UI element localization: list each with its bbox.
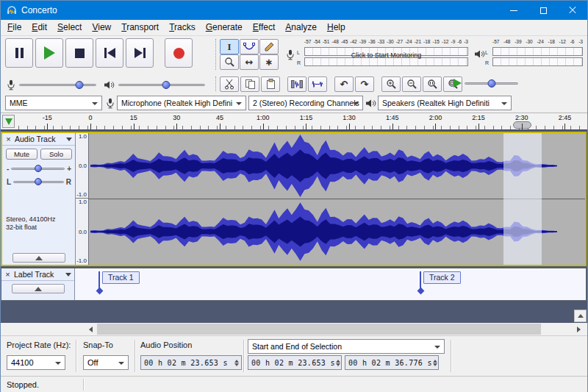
zoom-tool-button[interactable] [220, 54, 239, 70]
trim-audio-button[interactable] [287, 76, 306, 92]
toolbar-grip[interactable] [135, 340, 136, 372]
zoom-out-button[interactable] [402, 76, 421, 92]
record-button[interactable] [165, 38, 193, 68]
track-name[interactable]: Audio Track [15, 135, 64, 143]
solo-button[interactable]: Solo [40, 149, 72, 160]
menu-effect[interactable]: Effect [248, 20, 280, 35]
close-track-button[interactable]: × [4, 269, 12, 280]
track-menu-arrow-icon[interactable] [65, 273, 71, 277]
playback-volume-slider[interactable] [118, 78, 205, 91]
paste-button[interactable] [261, 76, 280, 92]
slider-thumb[interactable] [35, 178, 42, 185]
close-track-button[interactable]: × [4, 134, 12, 145]
skip-to-end-button[interactable] [126, 38, 154, 68]
recording-channels-select[interactable]: 2 (Stereo) Recording Channels [248, 96, 363, 110]
scroll-left-button[interactable] [85, 323, 97, 335]
pinned-playhead-toggle[interactable] [2, 115, 15, 128]
toolbar-grip[interactable] [215, 39, 218, 70]
recording-device-select[interactable]: Microphone (Realtek High Defini [117, 96, 246, 110]
monitoring-hint[interactable]: Click to Start Monitoring [304, 51, 468, 59]
stop-button[interactable] [65, 38, 93, 68]
draw-tool-button[interactable] [259, 39, 279, 54]
menu-analyze[interactable]: Analyze [280, 20, 322, 35]
selection-end-field[interactable]: 00 h 02 m 36.776 s [345, 355, 439, 370]
label-flag-icon[interactable] [417, 288, 424, 295]
mute-button[interactable]: Mute [6, 149, 37, 160]
audio-host-select[interactable]: MME [5, 96, 102, 110]
toolbar-grip[interactable] [215, 76, 218, 91]
multi-tool-button[interactable]: ∗ [259, 54, 279, 70]
collapse-track-button[interactable] [12, 284, 65, 293]
label-track-content[interactable]: Track 1Track 2 [75, 268, 586, 300]
label-flag-icon[interactable] [96, 288, 103, 295]
menu-edit[interactable]: Edit [26, 20, 52, 35]
track-buttons: Mute Solo [6, 149, 72, 160]
recording-volume-slider[interactable] [19, 78, 96, 91]
collapse-track-button[interactable] [12, 253, 65, 263]
cut-button[interactable] [220, 76, 239, 92]
timeshift-tool-button[interactable]: ↔ [240, 54, 259, 70]
label-text[interactable]: Track 2 [423, 271, 461, 284]
selection-start-value: 00 h 02 m 23.653 s [251, 359, 335, 367]
meter-scale-label: -39 [359, 39, 366, 46]
menu-transport[interactable]: Transport [116, 20, 164, 35]
slider-thumb[interactable] [487, 79, 495, 88]
spinner-icon[interactable] [432, 360, 438, 366]
slider-thumb[interactable] [35, 165, 42, 172]
statusbar-grip [83, 379, 85, 391]
envelope-tool-button[interactable] [240, 39, 259, 54]
pause-button[interactable] [5, 38, 33, 68]
horizontal-scrollbar[interactable] [1, 323, 587, 335]
maximize-button[interactable] [528, 1, 558, 20]
scroll-right-button[interactable] [573, 323, 585, 335]
redo-button[interactable]: ↷ [355, 76, 374, 92]
menu-tracks[interactable]: Tracks [164, 20, 201, 35]
minimize-button[interactable] [499, 1, 528, 20]
play-button[interactable] [35, 38, 63, 68]
scrollbar-thumb[interactable] [97, 324, 541, 335]
pan-slider[interactable] [13, 177, 64, 187]
audio-position-field[interactable]: 00 h 02 m 23.653 s [140, 355, 242, 370]
playback-device-select[interactable]: Speakers (Realtek High Definiti [378, 96, 512, 110]
toolbar-grip[interactable] [243, 340, 245, 372]
selection-tool-button[interactable]: I [220, 39, 239, 54]
waveform-area[interactable] [89, 133, 585, 265]
menu-file[interactable]: File [2, 20, 26, 35]
spinner-icon[interactable] [335, 360, 341, 366]
toolbar-grip[interactable] [451, 340, 452, 372]
playback-meter[interactable]: LR -57-48-39-30-24-18-12-6-3 [473, 39, 584, 70]
play-speed-slider[interactable] [465, 76, 518, 90]
track-name[interactable]: Label Track [14, 270, 63, 279]
timeline-ruler[interactable]: -1501530451:001:151:301:452:002:152:302:… [1, 113, 587, 130]
copy-button[interactable] [240, 76, 259, 92]
ruler-time-label: 1:30 [343, 114, 356, 121]
zoom-in-button[interactable] [381, 76, 401, 92]
selection-region[interactable] [503, 133, 542, 265]
undo-button[interactable]: ↶ [334, 76, 354, 92]
menu-select[interactable]: Select [52, 20, 87, 35]
meter-scale-label: -6 [570, 39, 575, 46]
track-menu-arrow-icon[interactable] [66, 138, 72, 141]
gain-slider[interactable] [11, 163, 65, 174]
label-text[interactable]: Track 1 [102, 271, 140, 284]
toolbar-grip[interactable] [76, 340, 77, 372]
recording-meter[interactable]: LR -57-54-51-48-45-42-39-36-33-30-27-24-… [284, 39, 470, 70]
menu-help[interactable]: Help [322, 20, 351, 35]
play-at-speed-icon[interactable] [453, 79, 462, 88]
menu-view[interactable]: View [87, 20, 116, 35]
slider-thumb[interactable] [162, 81, 170, 89]
clipboard-icon [265, 79, 276, 90]
slider-thumb[interactable] [75, 81, 83, 89]
menu-generate[interactable]: Generate [201, 20, 248, 35]
selection-mode-select[interactable]: Start and End of Selection [248, 339, 445, 354]
silence-audio-button[interactable] [308, 76, 327, 92]
snap-to-select[interactable]: Off [83, 355, 129, 370]
copy-icon [245, 79, 256, 90]
vertical-scroll-up-button[interactable] [574, 310, 587, 322]
selection-start-field[interactable]: 00 h 02 m 23.653 s [248, 355, 342, 370]
project-rate-select[interactable]: 44100 [7, 355, 65, 370]
spinner-icon[interactable] [234, 360, 240, 366]
skip-to-start-button[interactable] [96, 38, 123, 68]
zoom-selection-button[interactable] [423, 76, 442, 92]
close-button[interactable] [558, 1, 587, 20]
